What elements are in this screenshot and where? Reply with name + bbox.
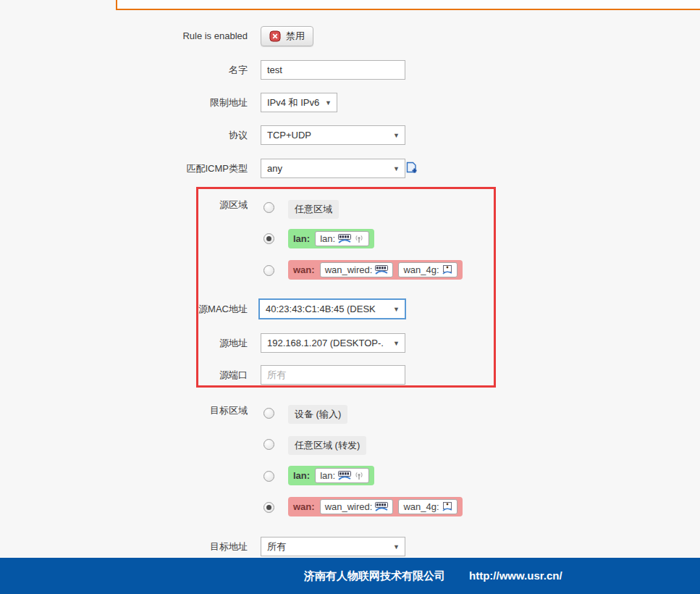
ethernet-icon	[338, 234, 351, 243]
name-label: 名字	[29, 60, 248, 80]
disable-icon	[269, 30, 281, 42]
wifi-icon	[354, 234, 364, 243]
icmp-type-value: any	[267, 163, 282, 174]
source-zone-wan-option: wan: wan_wired: wan_4g:	[288, 260, 463, 280]
protocol-select[interactable]: TCP+UDP ▼	[261, 125, 405, 145]
network-wan-4g: wan_4g:	[398, 499, 457, 514]
zone-lan-name: lan:	[293, 470, 310, 481]
section-panel-border	[116, 0, 700, 10]
dest-zone-device-radio[interactable]	[263, 408, 274, 419]
source-port-input[interactable]	[261, 365, 405, 385]
network-wan-wired-label: wan_wired:	[325, 264, 373, 275]
footer-website-url: http://www.usr.cn/	[469, 558, 562, 594]
address-family-select[interactable]: IPv4 和 IPv6 ▼	[261, 93, 337, 112]
zone-wan-name: wan:	[293, 501, 315, 512]
source-zone-any-option: 任意区域	[288, 200, 339, 219]
chevron-down-icon: ▼	[393, 543, 400, 551]
source-mac-value: 40:23:43:C1:4B:45 (DESK	[266, 304, 376, 314]
modem-icon	[442, 265, 452, 275]
network-lan-label: lan:	[320, 470, 335, 481]
network-wan-4g-label: wan_4g:	[403, 264, 439, 275]
network-lan: lan:	[315, 231, 369, 246]
dest-zone-lan-radio[interactable]	[263, 471, 274, 482]
dest-zone-any-radio[interactable]	[263, 439, 274, 450]
name-input[interactable]	[261, 60, 405, 80]
source-zone-any-radio[interactable]	[263, 202, 274, 213]
dest-address-label: 目标地址	[29, 537, 248, 556]
dest-zone-lan-option: lan: lan:	[288, 466, 374, 485]
network-wan-4g: wan_4g:	[398, 262, 457, 277]
add-entry-icon[interactable]	[406, 162, 418, 174]
disable-button-label: 禁用	[286, 30, 305, 43]
icmp-type-label: 匹配ICMP类型	[29, 159, 248, 178]
source-address-select[interactable]: 192.168.1.207 (DESKTOP-. ▼	[261, 333, 405, 353]
network-wan-wired-label: wan_wired:	[325, 501, 373, 512]
disable-rule-button[interactable]: 禁用	[261, 26, 313, 46]
highlight-annotation-box	[196, 187, 496, 388]
source-port-label: 源端口	[29, 365, 248, 385]
network-wan-4g-label: wan_4g:	[403, 501, 439, 512]
dest-zone-label: 目标区域	[29, 403, 248, 419]
dest-zone-device-option: 设备 (输入)	[288, 405, 347, 424]
ethernet-icon	[375, 502, 388, 511]
source-zone-lan-option: lan: lan:	[288, 229, 374, 248]
rule-enabled-label: Rule is enabled	[29, 26, 248, 46]
network-wan-wired: wan_wired:	[320, 499, 394, 514]
source-address-label: 源地址	[29, 333, 248, 353]
modem-icon	[442, 502, 452, 511]
ethernet-icon	[375, 265, 388, 275]
network-wan-wired: wan_wired:	[320, 262, 394, 277]
dest-address-select[interactable]: 所有 ▼	[261, 537, 405, 556]
address-family-value: IPv4 和 IPv6	[267, 96, 319, 109]
chevron-down-icon: ▼	[393, 132, 400, 139]
source-zone-label: 源区域	[29, 197, 248, 213]
zone-wan-name: wan:	[293, 264, 315, 275]
footer-bar: 济南有人物联网技术有限公司 http://www.usr.cn/	[0, 558, 700, 594]
source-address-value: 192.168.1.207 (DESKTOP-.	[267, 338, 384, 348]
network-lan: lan:	[315, 468, 369, 483]
dest-zone-any-option: 任意区域 (转发)	[288, 436, 366, 455]
dest-zone-wan-radio[interactable]	[263, 502, 274, 513]
footer-company-name: 济南有人物联网技术有限公司	[304, 558, 445, 594]
dest-address-value: 所有	[267, 540, 286, 553]
source-mac-label: 源MAC地址	[29, 299, 248, 319]
chevron-down-icon: ▼	[325, 99, 332, 106]
icmp-type-select[interactable]: any ▼	[261, 159, 405, 178]
chevron-down-icon: ▼	[393, 340, 400, 347]
ethernet-icon	[338, 471, 351, 480]
chevron-down-icon: ▼	[393, 306, 400, 313]
wifi-icon	[354, 471, 364, 480]
source-mac-select[interactable]: 40:23:43:C1:4B:45 (DESK ▼	[258, 298, 406, 319]
zone-lan-name: lan:	[293, 233, 310, 244]
chevron-down-icon: ▼	[393, 165, 400, 172]
address-family-label: 限制地址	[29, 93, 248, 112]
network-lan-label: lan:	[320, 233, 335, 244]
dest-zone-wan-option: wan: wan_wired: wan_4g:	[288, 497, 463, 516]
protocol-label: 协议	[29, 125, 248, 145]
protocol-value: TCP+UDP	[267, 130, 311, 141]
source-zone-wan-radio[interactable]	[263, 265, 274, 276]
source-zone-lan-radio[interactable]	[263, 233, 274, 244]
